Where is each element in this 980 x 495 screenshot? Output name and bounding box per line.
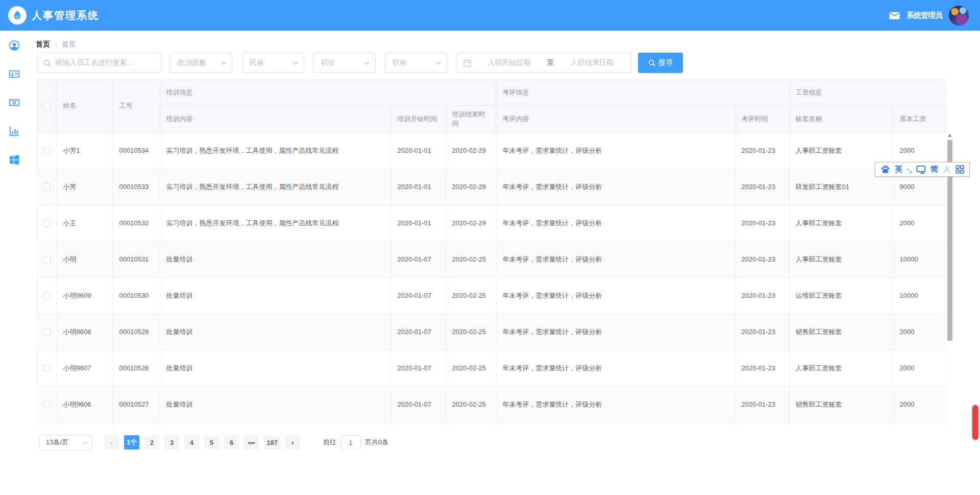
page-button-3[interactable]: 3 xyxy=(164,435,179,450)
ime-english-toggle[interactable]: 英 xyxy=(895,164,902,174)
ime-punctuation-toggle[interactable]: ·, xyxy=(907,165,912,174)
cell-name: 小芳1 xyxy=(57,132,113,169)
cell-training-content: 批量培训 xyxy=(160,350,391,386)
chevron-down-icon xyxy=(364,61,370,65)
cell-review-content: 年末考评，需求量统计，评级分析 xyxy=(496,350,735,386)
hire-start-date-input[interactable]: 入职开始日期 xyxy=(476,58,542,67)
row-checkbox[interactable] xyxy=(43,328,51,336)
cell-training-end: 2020-02-25 xyxy=(446,350,496,386)
page-button-6[interactable]: 6 xyxy=(224,435,239,450)
row-checkbox[interactable] xyxy=(43,147,51,154)
page-button-4[interactable]: 4 xyxy=(184,435,199,450)
ime-simplified-toggle[interactable]: 简 xyxy=(930,164,938,174)
political-status-select[interactable]: 政治面貌 xyxy=(170,53,232,73)
next-page-button chevron-right-icon[interactable]: › xyxy=(285,435,300,450)
pagination-more-button[interactable]: ••• xyxy=(244,435,259,450)
cell-base-salary: 2000 xyxy=(893,350,947,386)
keyboard-icon[interactable] xyxy=(916,166,926,174)
cell-training-start: 2020-01-01 xyxy=(391,205,446,241)
row-checkbox[interactable] xyxy=(43,292,51,299)
cell-emp-id: 00010533 xyxy=(113,169,160,205)
table-row: 小明960700010528批量培训2020-01-072020-02-25年末… xyxy=(37,350,947,386)
avatar[interactable] xyxy=(949,6,969,26)
sidebar-item-system windows-grid-icon[interactable] xyxy=(9,154,20,166)
cell-training-content: 批量培训 xyxy=(160,277,391,314)
chevron-down-icon xyxy=(435,61,442,65)
search-icon xyxy=(43,59,51,67)
cell-review-date: 2020-01-23 xyxy=(735,350,789,386)
row-checkbox[interactable] xyxy=(43,220,51,227)
sidebar-item-salary banknote-icon[interactable] xyxy=(9,97,20,108)
cell-name: 小芳 xyxy=(57,169,113,205)
calendar-icon xyxy=(463,59,471,67)
scroll-up-arrow-icon[interactable] xyxy=(947,133,953,138)
cell-review-content xyxy=(496,422,735,428)
select-placeholder: 政治面貌 xyxy=(178,58,206,67)
mail-icon[interactable] xyxy=(889,12,900,19)
sidebar xyxy=(0,31,28,495)
app-logo[interactable]: 人事管理系统 xyxy=(8,6,99,25)
cell-training-start: 2020-01-07 xyxy=(391,314,446,350)
hire-date-range-picker[interactable]: 入职开始日期 至 入职结束日期 xyxy=(457,53,631,73)
cell-name: 小明9609 xyxy=(57,277,113,314)
chevron-down-icon xyxy=(220,61,227,65)
column-header-training-end: 培训结束时间 xyxy=(446,106,496,132)
cell-name xyxy=(57,422,113,428)
breadcrumb: 首页 › 首页 xyxy=(36,40,76,49)
cell-training-start xyxy=(391,422,446,428)
page-size-select[interactable]: 13条/页 xyxy=(39,435,92,450)
column-header-account-name: 账套名称 xyxy=(789,106,893,132)
sidebar-item-employee user-circle-icon[interactable] xyxy=(9,40,20,51)
row-checkbox[interactable] xyxy=(43,401,51,408)
page-button-5[interactable]: 5 xyxy=(204,435,219,450)
page-scrollbar-thumb[interactable] xyxy=(972,405,979,440)
row-checkbox[interactable] xyxy=(43,183,51,191)
page-button-1个[interactable]: 1个 xyxy=(124,435,139,450)
cell-emp-id: 00010529 xyxy=(113,314,160,350)
app-title: 人事管理系统 xyxy=(32,9,99,22)
employee-search-input[interactable]: 请输入员工名进行搜索... xyxy=(37,53,161,73)
row-checkbox[interactable] xyxy=(43,256,51,263)
search-placeholder: 请输入员工名进行搜索... xyxy=(55,58,133,67)
cell-name: 小王 xyxy=(57,205,113,241)
cell-review-date: 2020-01-23 xyxy=(735,169,789,205)
hire-end-date-input[interactable]: 入职结束日期 xyxy=(559,58,625,67)
apps-grid-icon[interactable] xyxy=(955,165,964,174)
row-checkbox[interactable] xyxy=(43,365,51,372)
chevron-down-icon xyxy=(292,61,299,65)
current-user-name[interactable]: 系统管理员 xyxy=(906,11,942,20)
job-title-select[interactable]: 职称 xyxy=(385,53,447,73)
sidebar-item-statistics bar-chart-icon[interactable] xyxy=(9,126,20,137)
group-header-review: 考评信息 xyxy=(496,80,789,106)
select-all-checkbox[interactable] xyxy=(43,103,51,110)
cell-base-salary: 2000 xyxy=(893,386,947,422)
table-row: 小芳100010534实习培训，熟悉开发环境，工具使用，属性产品线常见流程202… xyxy=(37,132,947,169)
page-button-2[interactable]: 2 xyxy=(144,435,159,450)
breadcrumb-current: 首页 xyxy=(62,40,76,49)
cell-review-date: 2020-01-23 xyxy=(735,314,789,350)
person-icon[interactable] xyxy=(943,166,951,174)
prev-page-button chevron-left-icon[interactable]: ‹ xyxy=(104,435,119,450)
cell-review-content: 年末考评，需求量统计，评级分析 xyxy=(496,314,735,350)
hr-management-page: 人事管理系统 系统管理员 xyxy=(0,0,980,495)
cell-review-date: 2020-01-23 xyxy=(735,277,789,314)
cell-review-date xyxy=(735,422,789,428)
cell-training-content: 批量培训 xyxy=(160,386,391,422)
cell-review-content: 年末考评，需求量统计，评级分析 xyxy=(496,169,735,205)
search-button[interactable]: 搜寻 xyxy=(638,53,683,73)
cell-review-date: 2020-01-23 xyxy=(735,132,789,169)
cell-training-end: 2020-02-29 xyxy=(446,132,496,169)
cell-account-name: 人事部工资账套 xyxy=(789,205,893,241)
baidu-paw-icon[interactable] xyxy=(880,165,890,174)
breadcrumb-home[interactable]: 首页 xyxy=(36,40,50,49)
cell-base-salary: 10000 xyxy=(893,241,947,277)
position-select[interactable]: 职位 xyxy=(313,53,376,73)
cell-review-content: 年末考评，需求量统计，评级分析 xyxy=(496,205,735,241)
cell-name: 小明9606 xyxy=(57,386,113,422)
ethnicity-select[interactable]: 民族 xyxy=(242,53,304,73)
goto-page-input[interactable] xyxy=(340,435,361,450)
page-button-187[interactable]: 187 xyxy=(264,435,280,450)
cell-training-start: 2020-01-07 xyxy=(391,350,446,386)
group-header-salary: 工资信息 xyxy=(789,80,947,106)
breadcrumb-separator-icon: › xyxy=(55,40,57,49)
